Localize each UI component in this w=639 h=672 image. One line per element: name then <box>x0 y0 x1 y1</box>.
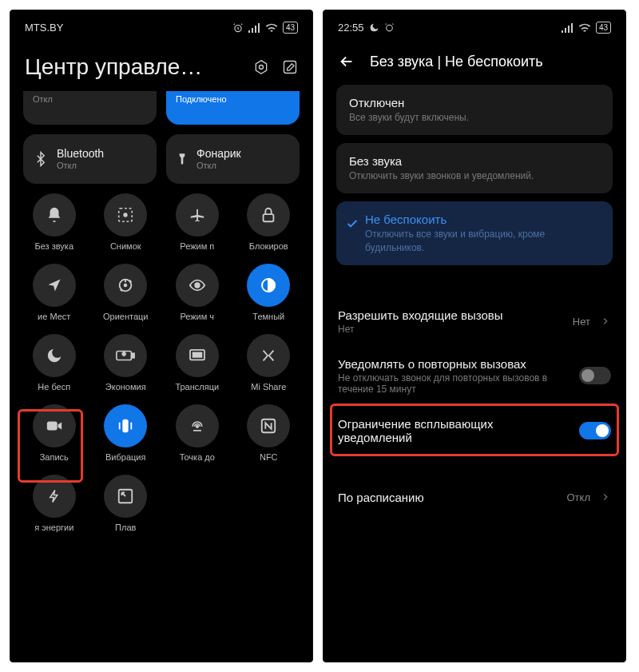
record-icon <box>33 404 76 447</box>
toggle-label: Mi Share <box>251 382 286 392</box>
toggle-darkmode[interactable]: Темный <box>233 264 305 321</box>
svg-rect-16 <box>133 353 135 358</box>
toggle-airplane[interactable]: Режим п <box>161 193 233 251</box>
flashlight-icon <box>176 149 189 169</box>
toggle-lock[interactable]: Блокиров <box>233 193 305 251</box>
svg-point-28 <box>386 25 392 31</box>
tile-sub: Откл <box>33 94 53 104</box>
option-title: Отключен <box>349 96 600 109</box>
hotspot-icon <box>176 404 219 447</box>
switch-popup-limit[interactable] <box>579 422 611 439</box>
toggle-label: Экономия <box>105 382 146 392</box>
alarm-icon <box>384 22 395 33</box>
bell-icon <box>33 193 76 237</box>
svg-rect-1 <box>248 30 250 33</box>
setting-allow-calls[interactable]: Разрешить входящие вызовы Нет Нет <box>323 297 625 346</box>
toggle-location[interactable]: ие Мест <box>18 264 90 321</box>
toggle-label: Запись <box>40 452 69 462</box>
option-silent[interactable]: Без звука Отключить звуки звонков и увед… <box>336 143 613 193</box>
darkmode-icon <box>247 264 290 307</box>
toggle-scissors[interactable]: Снимок <box>90 193 162 251</box>
svg-rect-32 <box>571 23 573 33</box>
tile-sub: Откл <box>57 161 104 170</box>
settings-icon[interactable] <box>253 59 269 75</box>
svg-rect-10 <box>264 214 274 221</box>
edit-icon[interactable] <box>282 59 298 75</box>
svg-rect-20 <box>192 352 201 356</box>
carrier-label: MTS.BY <box>25 22 63 34</box>
option-sub: Отключить звуки звонков и уведомлений. <box>349 169 600 182</box>
toggle-bell[interactable]: Без звука <box>18 193 90 251</box>
battery-indicator: 43 <box>596 22 611 34</box>
toggle-pip[interactable]: Плав <box>90 475 162 532</box>
toggle-bolt[interactable]: я энергии <box>18 475 90 532</box>
nfc-icon <box>247 404 290 447</box>
toggle-nfc[interactable]: NFC <box>233 404 305 462</box>
toggle-orientation[interactable]: Ориентаци <box>90 264 162 321</box>
battery-icon <box>104 334 147 377</box>
svg-rect-4 <box>258 23 260 33</box>
svg-rect-29 <box>562 30 563 33</box>
chevron-right-icon <box>600 491 611 503</box>
switch-repeat-calls[interactable] <box>579 367 611 384</box>
svg-marker-5 <box>256 61 266 74</box>
tile-label: Bluetooth <box>57 148 104 160</box>
svg-rect-23 <box>119 422 121 429</box>
control-center-header: Центр управле… <box>10 40 312 86</box>
setting-schedule[interactable]: По расписанию Откл <box>323 479 625 515</box>
moon-icon <box>369 22 379 33</box>
tile-flashlight[interactable]: Фонарик Откл <box>166 134 300 184</box>
toggle-label: Точка до <box>180 452 215 462</box>
orientation-icon <box>104 264 147 307</box>
back-icon[interactable] <box>338 53 355 70</box>
tile-wifi[interactable]: Подключено <box>166 91 300 125</box>
toggle-label: Вибрация <box>105 452 145 462</box>
svg-point-12 <box>125 284 127 287</box>
toggle-label: Режим п <box>180 241 214 251</box>
battery-indicator: 43 <box>283 22 298 34</box>
svg-rect-18 <box>124 352 125 356</box>
setting-popup-limit[interactable]: Ограничение всплывающих уведомлений <box>323 406 625 455</box>
phone-control-center: MTS.BY 43 Центр управле… <box>10 10 313 662</box>
airplane-icon <box>176 193 219 237</box>
svg-rect-30 <box>565 28 566 33</box>
toggle-vibrate[interactable]: Вибрация <box>90 404 162 462</box>
lock-icon <box>247 193 290 237</box>
tile-label: Фонарик <box>196 148 241 160</box>
toggle-label: я энергии <box>34 523 73 532</box>
toggle-cast[interactable]: Трансляци <box>161 334 233 392</box>
toggle-moon[interactable]: Не бесп <box>18 334 90 392</box>
signal-icon <box>248 23 260 33</box>
option-dnd[interactable]: Не беспокоить Отключить все звуки и вибр… <box>336 201 613 264</box>
svg-rect-3 <box>255 26 256 33</box>
svg-point-13 <box>195 283 200 288</box>
svg-rect-24 <box>131 422 133 429</box>
option-sub: Все звуки будут включены. <box>349 111 600 124</box>
status-icons: 43 <box>232 22 298 34</box>
toggle-eye[interactable]: Режим ч <box>161 264 233 321</box>
vibrate-icon <box>104 404 147 447</box>
toggle-hotspot[interactable]: Точка до <box>161 404 233 462</box>
tile-sub: Откл <box>196 161 241 170</box>
svg-rect-21 <box>47 422 58 431</box>
tile-bluetooth[interactable]: Bluetooth Откл <box>23 134 157 184</box>
svg-rect-2 <box>252 28 253 33</box>
setting-value: Нет <box>573 316 590 328</box>
toggle-battery[interactable]: Экономия <box>90 334 162 392</box>
svg-point-25 <box>196 426 199 428</box>
toggle-label: NFC <box>260 452 278 462</box>
bolt-icon <box>33 475 76 518</box>
scissors-icon <box>104 193 147 237</box>
toggle-mishare[interactable]: Mi Share <box>233 334 305 392</box>
toggle-grid: Без звукаСнимокРежим пБлокировие МестОри… <box>10 184 312 542</box>
location-icon <box>33 264 76 307</box>
check-icon <box>346 217 359 230</box>
setting-repeat-calls[interactable]: Уведомлять о повторных вызовах Не отключ… <box>323 346 625 406</box>
toggle-label: Без звука <box>34 241 73 251</box>
setting-sub: Нет <box>338 324 563 335</box>
control-center-title: Центр управле… <box>25 54 245 80</box>
toggle-record[interactable]: Запись <box>18 404 90 462</box>
tile-mobile-data[interactable]: Откл <box>23 91 157 125</box>
option-disabled[interactable]: Отключен Все звуки будут включены. <box>336 85 613 135</box>
setting-title: По расписанию <box>338 491 558 504</box>
